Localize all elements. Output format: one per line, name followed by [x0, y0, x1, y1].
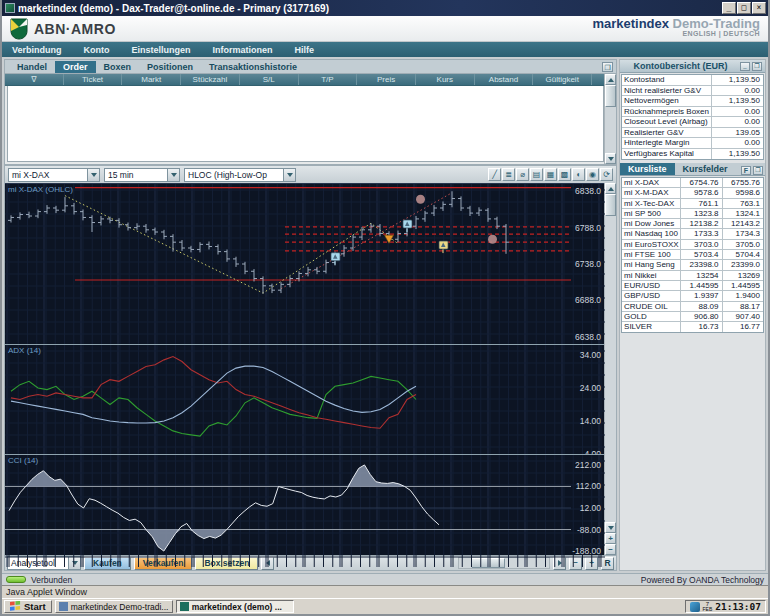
chevron-down-icon[interactable] [87, 169, 99, 181]
quote-row[interactable]: mi FTSE 100 5703.4 5704.4 [622, 250, 763, 260]
quotes-tab[interactable]: Kursfelder [675, 163, 736, 175]
quote-ask[interactable]: 5704.4 [722, 250, 763, 259]
order-column-header[interactable]: Abstand [475, 74, 534, 85]
scroll-up-icon[interactable] [605, 183, 616, 194]
quote-ask[interactable]: 6755.76 [722, 178, 763, 187]
quote-row[interactable]: mi Nasdaq 100 1733.3 1734.3 [622, 229, 763, 239]
window-restore-icon[interactable]: ❐ [602, 62, 613, 72]
quote-bid[interactable]: 1.9397 [680, 291, 721, 300]
quote-bid[interactable]: 16.73 [680, 322, 721, 332]
quote-bid[interactable]: 12138.2 [680, 219, 721, 228]
quote-ask[interactable]: 13269 [722, 271, 763, 280]
quote-ask[interactable]: 23399.0 [722, 260, 763, 269]
quote-ask[interactable]: 1734.3 [722, 229, 763, 238]
quote-bid[interactable]: 1.44595 [680, 281, 721, 290]
quote-row[interactable]: mi Dow Jones 12138.2 12143.2 [622, 219, 763, 229]
quote-ask[interactable]: 1324.1 [722, 209, 763, 218]
quote-ask[interactable]: 907.40 [722, 312, 763, 321]
order-column-header[interactable]: T/P [299, 74, 358, 85]
chart-scrollbar[interactable]: + − [604, 183, 616, 555]
taskbar-task[interactable]: marketindex (demo) ... [176, 600, 294, 613]
menu-item[interactable]: Informationen [213, 45, 273, 55]
quote-bid[interactable]: 13254 [680, 271, 721, 280]
order-column-header[interactable]: Kurs [416, 74, 475, 85]
quote-bid[interactable]: 23398.0 [680, 260, 721, 269]
adx-chart[interactable]: ADX (14) 34.0024.0014.004.00 [5, 344, 604, 454]
quote-row[interactable]: mi X-DAX 6754.76 6755.76 [622, 178, 763, 188]
interval-select[interactable]: 15 min [104, 168, 180, 182]
quote-fields-button[interactable]: F [741, 166, 751, 175]
toggle-dot-icon[interactable]: ◉ [586, 168, 599, 181]
quote-ask[interactable]: 16.77 [722, 322, 763, 332]
quote-ask[interactable]: 1.9400 [722, 291, 763, 300]
quote-bid[interactable]: 906.80 [680, 312, 721, 321]
zoom-out-icon[interactable]: − [605, 544, 616, 555]
chevron-down-icon[interactable] [283, 169, 295, 181]
scroll-down-icon[interactable] [605, 522, 616, 533]
module-tab[interactable]: Transaktionshistorie [201, 61, 305, 73]
toggle-contrast-icon[interactable]: ◐ [572, 168, 585, 181]
quote-ask[interactable]: 3705.0 [722, 240, 763, 249]
menu-item[interactable]: Konto [84, 45, 110, 55]
order-column-header[interactable]: Markt [122, 74, 181, 85]
quotes-tab[interactable]: Kursliste [620, 163, 675, 175]
minimize-button[interactable]: _ [722, 2, 736, 14]
menu-item[interactable]: Verbindung [12, 45, 62, 55]
scroll-thumb[interactable] [605, 194, 616, 216]
quote-row[interactable]: GBP/USD 1.9397 1.9400 [622, 291, 763, 301]
module-tab[interactable]: Positionen [139, 61, 201, 73]
quote-bid[interactable]: 88.09 [680, 302, 721, 311]
quote-row[interactable]: GOLD 906.80 907.40 [622, 312, 763, 322]
menu-item[interactable]: Einstellungen [132, 45, 191, 55]
quote-row[interactable]: mi Nikkei 13254 13269 [622, 271, 763, 281]
quote-ask[interactable]: 763.1 [722, 199, 763, 208]
layout-grid-icon[interactable]: ▩ [558, 168, 571, 181]
line-tool-icon[interactable]: ╱ [488, 168, 501, 181]
quote-bid[interactable]: 3703.0 [680, 240, 721, 249]
module-tab[interactable]: Boxen [96, 61, 140, 73]
quote-row[interactable]: mi SP 500 1323.8 1324.1 [622, 209, 763, 219]
popout-panel-icon[interactable]: ❐ [753, 166, 763, 175]
quote-bid[interactable]: 6754.76 [680, 178, 721, 187]
quote-ask[interactable]: 12143.2 [722, 219, 763, 228]
quote-bid[interactable]: 761.1 [680, 199, 721, 208]
scroll-up-icon[interactable] [605, 74, 616, 85]
price-chart[interactable]: mi X-DAX (OHLC) 6838.06788.06738.06688.0… [5, 184, 604, 344]
maximize-button[interactable]: □ [737, 2, 751, 14]
tray-java-icon[interactable] [690, 602, 700, 612]
quote-row[interactable]: mi X-M-DAX 9578.6 9598.6 [622, 188, 763, 198]
quote-bid[interactable]: 1733.3 [680, 229, 721, 238]
quote-row[interactable]: SILVER 16.73 16.77 [622, 322, 763, 332]
order-column-header[interactable]: ∇ [5, 74, 64, 85]
layout-split-icon[interactable]: ▦ [544, 168, 557, 181]
layout-single-icon[interactable]: ▤ [530, 168, 543, 181]
quote-ask[interactable]: 88.17 [722, 302, 763, 311]
quote-row[interactable]: EUR/USD 1.44595 1.44595 [622, 281, 763, 291]
chevron-down-icon[interactable] [167, 169, 179, 181]
scroll-down-icon[interactable] [605, 153, 616, 164]
order-column-header[interactable]: Preis [357, 74, 416, 85]
start-button[interactable]: Start [4, 600, 52, 613]
quote-row[interactable]: mi EuroSTOXX 3703.0 3705.0 [622, 240, 763, 250]
zoom-in-icon[interactable]: + [605, 533, 616, 544]
quote-ask[interactable]: 9598.6 [722, 188, 763, 197]
quote-bid[interactable]: 1323.8 [680, 209, 721, 218]
menu-item[interactable]: Hilfe [295, 45, 315, 55]
chart-type-select[interactable]: HLOC (High-Low-Op [184, 168, 296, 182]
order-column-header[interactable]: Ticket [64, 74, 123, 85]
module-tab[interactable]: Order [55, 61, 96, 73]
quote-row[interactable]: mi X-Tec-DAX 761.1 763.1 [622, 199, 763, 209]
quote-row[interactable]: mi Hang Seng 23398.0 23399.0 [622, 260, 763, 270]
indicators-icon[interactable]: ≣ [502, 168, 515, 181]
refresh-icon[interactable]: ⟳ [600, 168, 613, 181]
eraser-icon[interactable]: ⌀ [516, 168, 529, 181]
taskbar-task[interactable]: marketindex Demo-tradi... [55, 600, 173, 613]
quote-bid[interactable]: 9578.6 [680, 188, 721, 197]
quote-row[interactable]: CRUDE OIL 88.09 88.17 [622, 302, 763, 312]
module-tab[interactable]: Handel [9, 61, 55, 73]
order-column-header[interactable]: Stückzahl [181, 74, 240, 85]
instrument-select[interactable]: mi X-DAX [8, 168, 100, 182]
order-column-header[interactable]: Gültigkeit [533, 74, 592, 85]
cci-chart[interactable]: CCI (14) 212.00112.0012.00-88.00-188.00 [5, 454, 604, 567]
scroll-thumb[interactable] [605, 85, 616, 107]
